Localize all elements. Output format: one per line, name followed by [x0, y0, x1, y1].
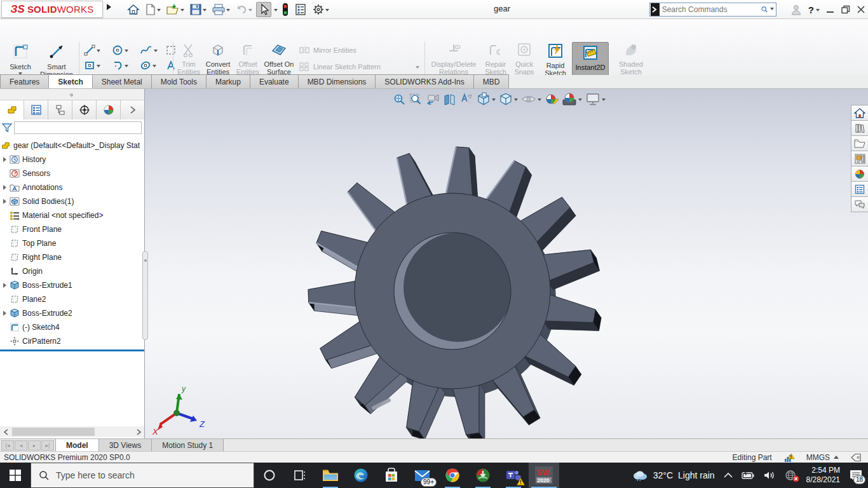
- network-status[interactable]: [785, 470, 797, 481]
- panel-horizontal-scrollbar[interactable]: [0, 426, 144, 437]
- tab-prev-icon[interactable]: ◂: [15, 440, 27, 451]
- mirror-entities-button[interactable]: Mirror Entities: [299, 43, 356, 58]
- arc-tool[interactable]: [111, 58, 132, 72]
- tree-item-sketch4[interactable]: (-) Sketch4: [0, 320, 144, 334]
- restore-button[interactable]: [841, 5, 850, 14]
- line-tool[interactable]: [83, 43, 104, 57]
- help-button[interactable]: ?: [808, 4, 820, 15]
- tab-first-icon[interactable]: |◂: [1, 440, 14, 451]
- taskpane-view-palette-button[interactable]: [851, 151, 868, 166]
- search-dropdown[interactable]: [770, 8, 774, 12]
- edit-appearance-icon[interactable]: [545, 92, 559, 106]
- tab-evaluate[interactable]: Evaluate: [250, 74, 299, 88]
- taskpane-custom-properties-button[interactable]: [851, 181, 868, 197]
- taskpane-home-button[interactable]: [851, 105, 868, 121]
- zoom-to-area-icon[interactable]: [409, 93, 423, 106]
- options-dropdown[interactable]: [325, 9, 329, 13]
- tab-solidworks-add-ins[interactable]: SOLIDWORKS Add-Ins: [375, 74, 473, 88]
- scroll-left-icon[interactable]: [0, 426, 11, 437]
- spline-tool[interactable]: [139, 43, 160, 57]
- taskbar-store[interactable]: [376, 463, 407, 488]
- print-button[interactable]: [210, 2, 231, 17]
- rollback-bar[interactable]: [0, 349, 144, 351]
- rectangle-tool[interactable]: [83, 58, 104, 72]
- undo-button[interactable]: [234, 2, 254, 17]
- action-center-button[interactable]: 18: [849, 469, 863, 482]
- select-tool-button[interactable]: [256, 2, 271, 17]
- taskpane-appearances-button[interactable]: [851, 166, 868, 182]
- tree-item-solid-bodies[interactable]: Solid Bodies(1): [0, 194, 144, 208]
- print-dropdown[interactable]: [226, 9, 230, 13]
- battery-icon[interactable]: [742, 471, 754, 480]
- tree-item-origin[interactable]: Origin: [0, 264, 144, 278]
- taskpane-forum-button[interactable]: [851, 196, 868, 212]
- start-button[interactable]: [0, 463, 31, 488]
- undo-dropdown[interactable]: [248, 9, 252, 13]
- save-button[interactable]: [188, 2, 208, 17]
- taskpane-design-library-button[interactable]: [851, 120, 868, 136]
- taskbar-chrome[interactable]: [437, 463, 468, 488]
- tab-configurationmanager[interactable]: [48, 100, 72, 119]
- linear-sketch-pattern-button[interactable]: Linear Sketch Pattern: [299, 59, 419, 74]
- traffic-light-button[interactable]: [280, 2, 290, 17]
- circle-tool[interactable]: [111, 43, 132, 57]
- section-view-icon[interactable]: [443, 93, 456, 106]
- open-dropdown[interactable]: [180, 9, 184, 13]
- panel-splitter-handle[interactable]: [142, 251, 148, 340]
- tab-model[interactable]: Model: [55, 439, 99, 451]
- new-document-button[interactable]: [144, 2, 162, 17]
- tree-root-part[interactable]: gear (Default<<Default>_Display Stat: [0, 139, 144, 152]
- taskpane-file-explorer-button[interactable]: [851, 135, 868, 151]
- taskbar-search[interactable]: Type here to search: [31, 463, 254, 488]
- scrollbar-thumb[interactable]: [12, 428, 95, 436]
- save-dropdown[interactable]: [203, 9, 207, 13]
- display-style-icon[interactable]: [499, 92, 518, 106]
- tree-item-right-plane[interactable]: Right Plane: [0, 250, 144, 264]
- tree-item-sensors[interactable]: Sensors: [0, 166, 144, 180]
- graphics-viewport[interactable]: X y Z gear (Default<<Default>_Display St…: [0, 89, 868, 438]
- tree-item-history[interactable]: History: [0, 152, 144, 166]
- tab-mold-tools[interactable]: Mold Tools: [151, 74, 207, 88]
- tree-item-front-plane[interactable]: Front Plane: [0, 222, 144, 236]
- dynamic-annotation-views-icon[interactable]: [459, 93, 473, 106]
- tree-item-top-plane[interactable]: Top Plane: [0, 236, 144, 250]
- tab-mbd-dimensions[interactable]: MBD Dimensions: [298, 74, 376, 88]
- new-document-dropdown[interactable]: [157, 9, 161, 13]
- select-tool-dropdown[interactable]: [274, 9, 278, 13]
- apply-scene-icon[interactable]: [562, 92, 582, 106]
- tree-item-boss-extrude1[interactable]: Boss-Extrude1: [0, 278, 144, 292]
- taskbar-mail[interactable]: 99+: [407, 463, 437, 488]
- taskbar-solidworks[interactable]: SW2020: [529, 463, 559, 488]
- volume-icon[interactable]: [763, 470, 776, 480]
- tab-sheet-metal[interactable]: Sheet Metal: [92, 74, 152, 88]
- tab-dimxpertmanager[interactable]: [72, 100, 97, 119]
- tray-expand-chevron-icon[interactable]: [724, 472, 733, 478]
- previous-view-icon[interactable]: [426, 93, 440, 106]
- home-button[interactable]: [126, 2, 141, 17]
- tab-propertymanager[interactable]: [24, 100, 48, 119]
- minimize-button[interactable]: [826, 5, 835, 14]
- units-selector[interactable]: MMGS: [806, 453, 839, 462]
- expand-arrow-icon[interactable]: [0, 155, 9, 164]
- taskbar-edge[interactable]: [346, 463, 376, 488]
- login-user-icon[interactable]: [790, 4, 802, 15]
- scroll-right-icon[interactable]: [133, 426, 144, 437]
- tab-last-icon[interactable]: ▸|: [41, 440, 54, 451]
- view-orientation-icon[interactable]: [477, 92, 496, 106]
- tab-mbd[interactable]: MBD: [473, 74, 510, 88]
- performance-warning-icon[interactable]: [783, 452, 795, 463]
- close-button[interactable]: [857, 5, 865, 14]
- manager-tabs-overflow[interactable]: [121, 100, 144, 119]
- command-search[interactable]: [649, 3, 776, 17]
- taskbar-weather[interactable]: 32°C Light rain: [632, 469, 715, 482]
- tab-markup[interactable]: Markup: [206, 74, 250, 88]
- taskbar-teams[interactable]: [498, 463, 529, 488]
- tab-displaymanager[interactable]: [97, 100, 121, 119]
- search-input[interactable]: [662, 5, 761, 14]
- tree-filter-input[interactable]: [14, 121, 142, 134]
- taskbar-clock[interactable]: 2:54 PM 8/28/2021: [806, 466, 840, 485]
- expand-arrow-icon[interactable]: [0, 197, 9, 206]
- expand-arrow-icon[interactable]: [0, 183, 9, 192]
- options-button[interactable]: [311, 2, 330, 17]
- tab-sketch[interactable]: Sketch: [48, 74, 92, 88]
